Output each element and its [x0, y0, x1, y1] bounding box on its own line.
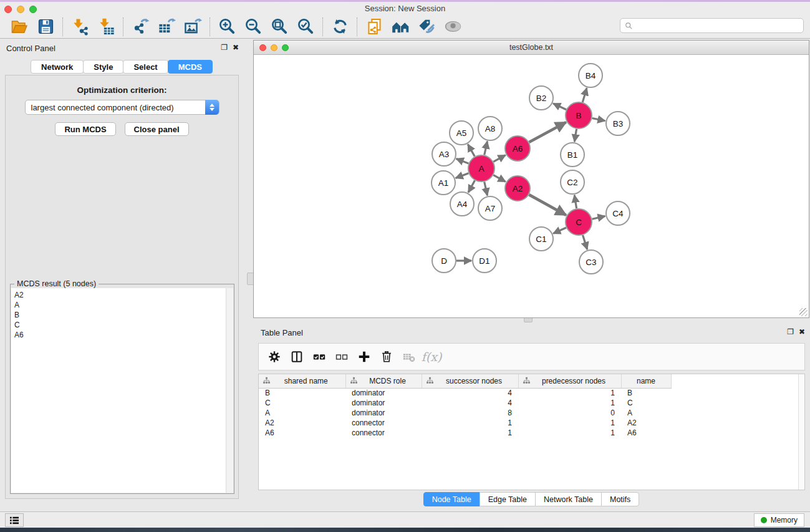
tab-style[interactable]: Style — [83, 60, 123, 74]
column-header-MCDS-role[interactable]: MCDS role — [345, 374, 422, 388]
table-row[interactable]: Bdominator41B — [259, 388, 671, 398]
result-item[interactable]: B — [14, 310, 226, 320]
function-builder-icon: f(x) — [422, 350, 442, 364]
export-image-button[interactable] — [180, 16, 206, 37]
import-table-button[interactable] — [93, 16, 119, 37]
column-header-shared-name[interactable]: shared name — [259, 374, 345, 388]
graph-edge-C-C2[interactable] — [574, 195, 576, 209]
graph-edge-B-B1[interactable] — [574, 129, 576, 142]
graph-edge-C-C1[interactable] — [553, 228, 566, 233]
search-input[interactable] — [634, 19, 803, 32]
zoom-out-button[interactable] — [240, 16, 266, 37]
home-button[interactable] — [387, 16, 413, 37]
function-builder-button[interactable]: f(x) — [422, 347, 441, 367]
toolbar-separator — [357, 17, 357, 36]
graph-edge-B-B3[interactable] — [592, 118, 605, 120]
float-panel-icon[interactable]: ❐ — [221, 43, 228, 52]
table-panel-title: Table Panel — [261, 328, 303, 337]
import-network-button[interactable] — [67, 16, 93, 37]
window-title: Session: New Session — [0, 4, 810, 13]
graph-edge-C-C4[interactable] — [592, 216, 605, 220]
table-row[interactable]: Adominator80A — [259, 408, 671, 418]
table-cell: 1 — [422, 418, 518, 428]
graph-edge-B-B4[interactable] — [582, 88, 587, 102]
table-row[interactable]: A2connector11A2 — [259, 418, 671, 428]
graph-node-label: A — [478, 164, 484, 173]
add-column-button[interactable] — [355, 347, 374, 367]
tab-node-table[interactable]: Node Table — [423, 492, 480, 506]
result-item[interactable]: A — [14, 300, 226, 310]
graph-edge-C-C3[interactable] — [583, 235, 587, 249]
graph-edge-A-A3[interactable] — [456, 159, 469, 164]
delete-column-button[interactable] — [377, 347, 396, 367]
tab-network-table[interactable]: Network Table — [535, 492, 602, 506]
graph-node-label: A7 — [485, 204, 496, 213]
export-network-icon — [132, 17, 150, 36]
graph-node-label: C2 — [567, 178, 577, 187]
close-panel-icon[interactable]: ✖ — [233, 43, 239, 52]
column-header-predecessor-nodes[interactable]: predecessor nodes — [518, 374, 621, 388]
graph-edge-A-A4[interactable] — [468, 180, 475, 192]
graph-edge-A-A1[interactable] — [456, 173, 469, 178]
table-row[interactable]: A6connector11A6 — [259, 428, 671, 438]
tab-network[interactable]: Network — [31, 60, 84, 74]
resize-grip-icon[interactable] — [799, 308, 808, 316]
zoom-selected-button[interactable] — [292, 16, 319, 37]
columns-button[interactable] — [287, 347, 306, 367]
result-item[interactable]: C — [14, 320, 226, 330]
desktop-wallpaper-bottom — [0, 528, 810, 532]
tab-motifs[interactable]: Motifs — [601, 492, 639, 506]
tab-mcds[interactable]: MCDS — [168, 60, 213, 74]
hide-columns-button[interactable] — [332, 347, 351, 367]
zoom-fit-icon — [271, 17, 289, 36]
result-item[interactable]: A2 — [14, 290, 226, 300]
float-table-panel-icon[interactable]: ❐ — [787, 327, 794, 336]
close-table-panel-icon[interactable]: ✖ — [799, 327, 805, 336]
show-panels-button[interactable] — [5, 513, 24, 527]
refresh-button[interactable] — [327, 16, 353, 37]
duplicate-network-button[interactable] — [361, 16, 387, 37]
eye-button[interactable] — [440, 16, 466, 37]
gear-button[interactable] — [265, 347, 284, 367]
zoom-in-button[interactable] — [214, 16, 240, 37]
criterion-select[interactable]: largest connected component (directed) — [25, 100, 219, 115]
close-panel-button[interactable]: Close panel — [125, 122, 189, 136]
graph-edge-A-A7[interactable] — [485, 181, 488, 195]
export-table-button[interactable] — [153, 16, 180, 37]
show-columns-button[interactable] — [310, 347, 329, 367]
graph-node-label: C — [576, 218, 582, 227]
open-file-button[interactable] — [6, 16, 32, 37]
graph-edge-A2-C[interactable] — [529, 195, 566, 215]
hide-labels-button[interactable] — [413, 16, 440, 37]
horizontal-split-handle[interactable] — [524, 317, 533, 322]
graph-edge-B-B2[interactable] — [553, 104, 566, 110]
network-canvas[interactable]: B4B2BB3A5A8A6B1A3AA1C2A2A4A7C4CC1C3DD1 — [254, 55, 809, 317]
table-scrollbar[interactable] — [798, 374, 804, 490]
delete-table-button[interactable] — [400, 347, 418, 367]
graph-edge-A-A6[interactable] — [493, 155, 505, 162]
tab-select[interactable]: Select — [123, 60, 168, 74]
zoom-fit-button[interactable] — [266, 16, 292, 37]
column-header-successor-nodes[interactable]: successor nodes — [422, 374, 518, 388]
memory-button[interactable]: Memory — [754, 513, 804, 527]
search-field[interactable] — [620, 18, 804, 33]
graph-edge-A-A8[interactable] — [485, 142, 488, 155]
table-row[interactable]: Cdominator41C — [259, 398, 671, 408]
graph-node-label: B1 — [567, 150, 578, 160]
graph-node-label: A3 — [439, 150, 450, 159]
network-graph[interactable]: B4B2BB3A5A8A6B1A3AA1C2A2A4A7C4CC1C3DD1 — [254, 55, 809, 317]
tab-edge-table[interactable]: Edge Table — [480, 492, 536, 506]
graph-edge-A-A5[interactable] — [468, 144, 475, 157]
table-cell: connector — [345, 418, 422, 428]
save-session-button[interactable] — [32, 16, 59, 37]
mcds-result-list[interactable]: A2ABCA6 — [11, 288, 226, 493]
memory-label: Memory — [771, 516, 798, 525]
graph-edge-A-A2[interactable] — [493, 175, 505, 182]
export-network-button[interactable] — [127, 16, 153, 37]
graph-edge-A6-B[interactable] — [529, 122, 566, 142]
run-mcds-button[interactable]: Run MCDS — [55, 122, 115, 136]
column-header-name[interactable]: name — [621, 374, 671, 388]
table-cell: 4 — [422, 388, 518, 398]
result-item[interactable]: A6 — [14, 330, 226, 340]
result-scrollbar[interactable] — [226, 288, 233, 493]
